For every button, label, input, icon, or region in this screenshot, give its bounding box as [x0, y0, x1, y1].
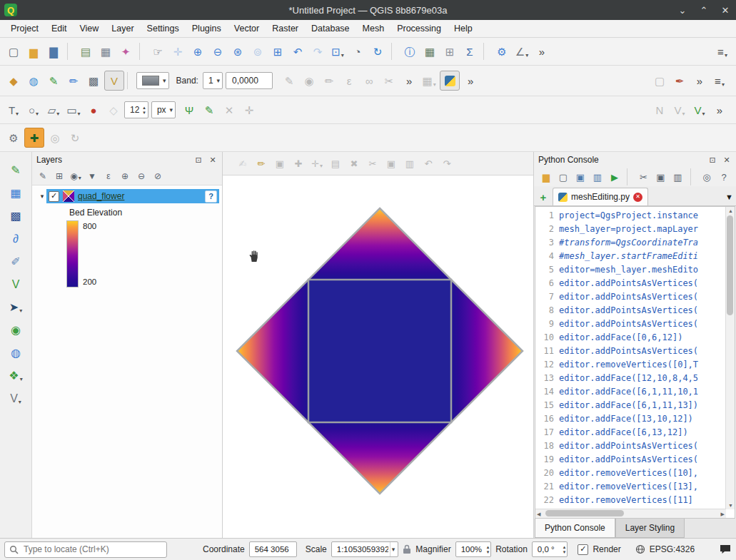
lock-scale-icon[interactable]	[403, 544, 411, 554]
processing-toolbox-icon[interactable]: ⚙	[493, 42, 511, 61]
split-mesh-icon[interactable]: ✂	[380, 71, 398, 90]
layout-manager-icon[interactable]: ▦	[96, 42, 115, 61]
spin-arrows-icon[interactable]: ▴▾	[487, 544, 490, 554]
minimize-button[interactable]: ⌄	[672, 0, 693, 20]
new-tab-icon[interactable]: +	[537, 190, 550, 203]
chevron-down-icon[interactable]: ▾	[390, 542, 397, 556]
new-project-icon[interactable]: ▢	[4, 42, 23, 61]
open-script-icon[interactable]: ▆	[538, 169, 554, 185]
layer-item-quad-flower[interactable]: ✓ quad_flower ?	[46, 189, 219, 203]
scale-combo[interactable]: ▾	[331, 541, 399, 557]
tab-list-dropdown-icon[interactable]: ▼	[725, 193, 733, 201]
measure-icon[interactable]: ∠	[513, 42, 531, 61]
zoom-last-icon[interactable]: ↶	[288, 42, 307, 61]
cut-icon[interactable]: ✂	[636, 169, 652, 185]
size-spinner[interactable]: 12▴▾	[124, 101, 148, 118]
titlebar[interactable]: Q *Untitled Project — QGIS 8b8679e03a ⌄⌃…	[0, 0, 736, 20]
settings-gear-icon[interactable]: ⚙	[4, 128, 23, 147]
expand-all-icon[interactable]: ⊕	[118, 169, 132, 183]
mesh-selection-icon[interactable]: ▩	[5, 208, 26, 225]
digitize-mesh-icon[interactable]: ✎	[44, 71, 63, 90]
annotation-pen-icon[interactable]: ✒	[670, 71, 689, 90]
rotation-input[interactable]	[536, 544, 563, 554]
edit-mesh-icon[interactable]: ✏	[64, 71, 83, 90]
curve-digitize-icon[interactable]: ∂	[5, 230, 26, 248]
toolbar-options-icon[interactable]: ≡	[713, 42, 732, 61]
topology-icon[interactable]: ∞	[360, 71, 378, 90]
undo-icon[interactable]: ↶	[420, 156, 437, 171]
arrow-tool-icon[interactable]: ➤	[5, 299, 26, 316]
float-panel-button[interactable]: ⊡	[707, 155, 717, 165]
spin-arrows-icon[interactable]: ▴▾	[143, 105, 146, 115]
add-group-icon[interactable]: ⊞	[52, 169, 66, 183]
point-annotation-icon[interactable]: ○	[24, 101, 43, 119]
float-panel-button[interactable]: ⊡	[193, 155, 203, 165]
digitize-disabled-icon[interactable]: ✎	[280, 71, 298, 90]
magnifier-spinner[interactable]: ▴▾	[455, 541, 492, 557]
band-spinner[interactable]: 1▾	[203, 72, 223, 89]
paste-features-icon[interactable]: ▥	[401, 156, 418, 171]
cut-features-icon[interactable]: ✂	[364, 156, 381, 171]
menu-vector[interactable]: Vector	[228, 20, 266, 37]
locate-input[interactable]	[22, 544, 162, 555]
pan-map-icon[interactable]: ☞	[148, 42, 167, 61]
expand-arrow-icon[interactable]: ▾	[38, 193, 46, 200]
copy-icon[interactable]: ▣	[653, 169, 669, 185]
text-annotation-icon[interactable]: T	[4, 101, 23, 119]
save-project-icon[interactable]: ▇	[44, 42, 63, 61]
scale-input[interactable]	[336, 544, 390, 554]
select-mesh-elements-icon[interactable]: ◉	[300, 71, 318, 90]
units-combo[interactable]: px▾	[151, 101, 176, 118]
color-fill-icon[interactable]: ●	[84, 101, 103, 119]
label-v2-icon[interactable]: V	[690, 101, 709, 119]
modify-attributes-icon[interactable]: ▤	[327, 156, 344, 171]
toolbar-overflow-icon[interactable]: »	[533, 42, 551, 61]
zoom-in-icon[interactable]: ⊕	[188, 42, 207, 61]
close-button[interactable]: ✕	[715, 0, 736, 20]
tab-layer-styling[interactable]: Layer Styling	[615, 519, 685, 538]
close-panel-button[interactable]: ✕	[722, 155, 732, 165]
node-icon[interactable]: ◇	[104, 101, 123, 119]
find-text-icon[interactable]: ◎	[699, 169, 715, 185]
menu-view[interactable]: View	[73, 20, 105, 37]
delete-selected-icon[interactable]: ✖	[346, 156, 363, 171]
open-attribute-table-icon[interactable]: ▦	[420, 42, 439, 61]
menu-help[interactable]: Help	[448, 20, 479, 37]
tab-mesh-editing[interactable]: meshEditing.py ✕	[553, 188, 648, 205]
open-layer-styling-icon[interactable]: ✎	[36, 169, 50, 183]
coordinate-input[interactable]	[253, 544, 295, 554]
render-checkbox[interactable]: ✓	[578, 544, 588, 555]
branch-tool-icon[interactable]: Ψ	[180, 101, 198, 119]
horizontal-scrollbar[interactable]: ◀ ▶	[535, 509, 726, 518]
menu-mesh[interactable]: Mesh	[356, 20, 391, 37]
layer-crs-badge[interactable]: ?	[205, 190, 217, 203]
close-tab-icon[interactable]: ✕	[633, 193, 642, 202]
paste-icon[interactable]: ▥	[670, 169, 686, 185]
current-edits-icon[interactable]: ✍	[234, 156, 251, 171]
save-edits-icon[interactable]: ▣	[271, 156, 288, 171]
close-panel-button[interactable]: ✕	[208, 155, 218, 165]
annotation-page-icon[interactable]: ▢	[650, 71, 669, 90]
help-icon[interactable]: ?	[716, 169, 732, 185]
annotation-overflow-icon[interactable]: »	[690, 71, 709, 90]
remove-layer-icon[interactable]: ⊘	[151, 169, 165, 183]
map-canvas[interactable]	[223, 175, 533, 538]
open-project-icon[interactable]: ▆	[24, 42, 43, 61]
run-script-icon[interactable]: ▶	[607, 169, 622, 185]
plugins-overflow-icon[interactable]: »	[461, 71, 480, 90]
coordinate-box[interactable]	[249, 541, 297, 557]
menu-processing[interactable]: Processing	[390, 20, 448, 37]
filter-legend-icon[interactable]: ▼	[85, 169, 99, 183]
menu-settings[interactable]: Settings	[141, 20, 186, 37]
scrollbar-thumb[interactable]	[545, 510, 624, 516]
crs-icon[interactable]	[635, 544, 645, 554]
vertex-tool-mesh-icon[interactable]: V	[104, 71, 124, 91]
menu-plugins[interactable]: Plugins	[186, 20, 228, 37]
style-manager-icon[interactable]: ✦	[116, 42, 135, 61]
symbology-combo[interactable]: ▾	[136, 72, 169, 89]
add-polygon-feature-icon[interactable]: ✚	[290, 156, 307, 171]
zoom-to-layer-icon[interactable]: ⊞	[268, 42, 287, 61]
messages-icon[interactable]	[719, 544, 732, 555]
menu-database[interactable]: Database	[305, 20, 356, 37]
vertical-scrollbar[interactable]: ▲ ▼	[725, 207, 735, 509]
